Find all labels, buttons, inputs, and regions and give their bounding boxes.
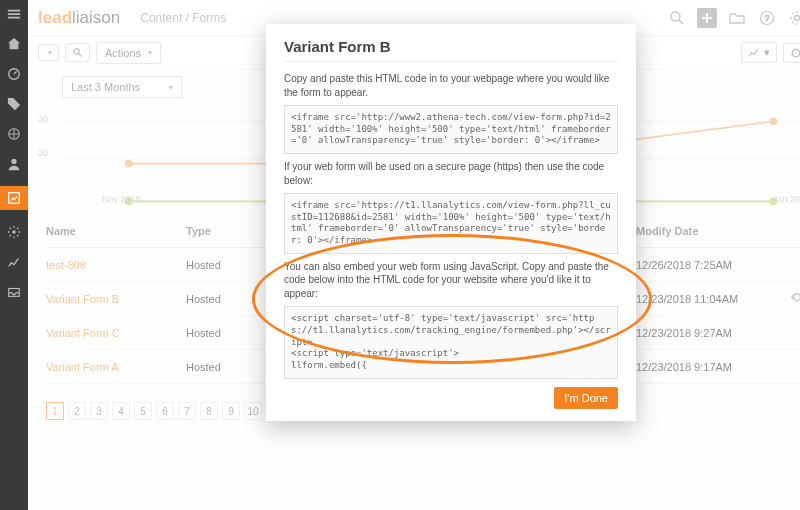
menu-icon[interactable] <box>6 6 22 22</box>
embed-code-js[interactable]: <script charset='utf-8' type='text/javas… <box>284 306 618 378</box>
modal-overlay[interactable]: Variant Form B Copy and paste this HTML … <box>28 0 800 510</box>
content-icon[interactable] <box>0 186 28 210</box>
embed-code-iframe[interactable]: <iframe src='http://www2.athena-tech.com… <box>284 105 618 154</box>
embed-code-iframe-https[interactable]: <iframe src='https://t1.llanalytics.com/… <box>284 193 618 254</box>
main-area: leadliaison Content / Forms ? 53 Actions… <box>28 0 800 510</box>
globe-icon[interactable] <box>6 126 22 142</box>
modal-text-3: You can also embed your web form using J… <box>284 260 618 301</box>
svg-point-2 <box>11 159 16 164</box>
modal-title: Variant Form B <box>284 38 618 62</box>
dashboard-icon[interactable] <box>6 66 22 82</box>
tag-icon[interactable] <box>6 96 22 112</box>
svg-point-4 <box>12 230 16 234</box>
left-sidebar <box>0 0 28 510</box>
analytics-icon[interactable] <box>6 254 22 270</box>
modal-text-1: Copy and paste this HTML code in to your… <box>284 72 618 99</box>
user-icon[interactable] <box>6 156 22 172</box>
settings-icon[interactable] <box>6 224 22 240</box>
done-button[interactable]: I'm Done <box>554 387 618 409</box>
modal-text-2: If your web form will be used on a secur… <box>284 160 618 187</box>
inbox-icon[interactable] <box>6 284 22 300</box>
home-icon[interactable] <box>6 36 22 52</box>
embed-code-modal: Variant Form B Copy and paste this HTML … <box>266 24 636 421</box>
